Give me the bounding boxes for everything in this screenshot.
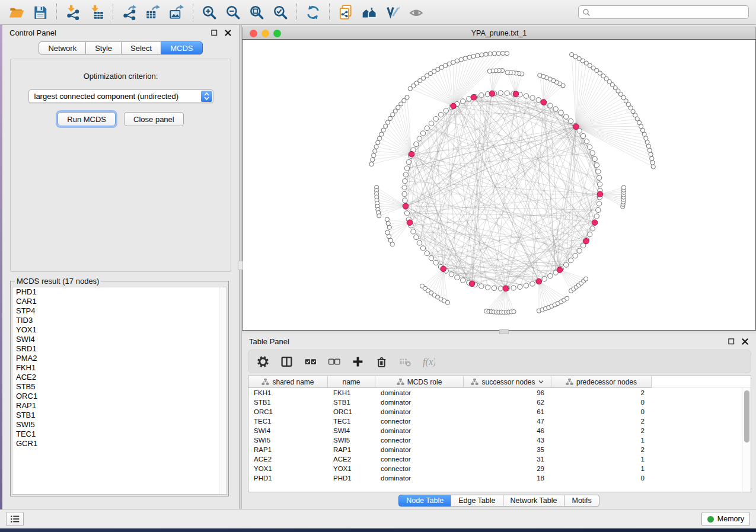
mcds-result-item[interactable]: RAP1 <box>12 401 227 411</box>
deselect-all-button[interactable] <box>328 355 340 368</box>
show-graphics-details-button[interactable] <box>405 2 429 23</box>
table-cell[interactable]: dominator <box>375 473 464 483</box>
table-cell[interactable]: 1 <box>551 464 652 473</box>
table-cell[interactable]: dominator <box>375 388 464 398</box>
close-panel-icon[interactable] <box>224 29 232 37</box>
network-overview-button[interactable] <box>358 2 381 23</box>
horizontal-splitter[interactable] <box>242 331 756 334</box>
table-cell[interactable]: 1 <box>551 454 652 464</box>
tab-select[interactable]: Select <box>121 41 161 55</box>
table-cell[interactable]: ORC1 <box>328 407 375 416</box>
table-cell[interactable]: 31 <box>464 454 551 464</box>
zoom-selected-button[interactable] <box>269 2 292 23</box>
function-builder-button[interactable]: f(x) <box>423 355 435 368</box>
table-cell[interactable]: 0 <box>551 398 652 407</box>
table-cell[interactable]: SWI4 <box>248 426 328 435</box>
table-cell[interactable]: RAP1 <box>328 445 375 454</box>
export-image-button[interactable] <box>165 2 189 23</box>
table-cell[interactable]: 0 <box>551 473 652 483</box>
toggle-columns-button[interactable] <box>280 355 293 368</box>
table-cell[interactable]: 1 <box>551 435 652 445</box>
mcds-result-item[interactable]: PHD1 <box>12 287 227 297</box>
mcds-result-item[interactable]: TID3 <box>12 316 227 325</box>
memory-button[interactable]: Memory <box>701 512 750 526</box>
table-options-button[interactable] <box>257 355 269 368</box>
table-cell[interactable]: PHD1 <box>328 473 375 483</box>
column-header-predecessor-nodes[interactable]: predecessor nodes <box>551 376 652 388</box>
table-cell[interactable]: 47 <box>464 416 551 426</box>
table-cell[interactable]: SWI5 <box>328 435 375 445</box>
mcds-result-item[interactable]: PMA2 <box>12 354 227 363</box>
zoom-out-button[interactable] <box>221 2 245 23</box>
close-window-icon[interactable] <box>250 30 257 37</box>
tab-motifs[interactable]: Motifs <box>564 495 599 507</box>
zoom-fit-button[interactable] <box>245 2 269 23</box>
table-cell[interactable]: 46 <box>464 426 551 435</box>
mcds-result-item[interactable]: SRD1 <box>12 344 227 354</box>
table-cell[interactable]: dominator <box>375 445 464 454</box>
mcds-result-item[interactable]: SWI4 <box>12 335 227 344</box>
table-cell[interactable]: 62 <box>464 398 551 407</box>
export-table-button[interactable] <box>141 2 165 23</box>
table-cell[interactable]: 96 <box>464 388 551 398</box>
save-button[interactable] <box>28 2 52 23</box>
mcds-result-item[interactable]: ACE2 <box>12 373 227 382</box>
table-cell[interactable]: ACE2 <box>248 454 328 464</box>
tab-mcds[interactable]: MCDS <box>161 41 202 55</box>
tab-network-table[interactable]: Network Table <box>503 495 565 507</box>
optimization-criterion-select[interactable]: largest connected component (undirected) <box>28 89 213 103</box>
table-cell[interactable]: YOX1 <box>328 464 375 473</box>
vizmapper-button[interactable] <box>381 2 405 23</box>
table-cell[interactable]: dominator <box>375 398 464 407</box>
vertical-splitter[interactable] <box>239 25 242 509</box>
apply-layout-button[interactable] <box>301 2 325 23</box>
delete-column-button[interactable] <box>375 355 388 368</box>
table-scrollbar[interactable] <box>742 388 751 492</box>
tab-edge-table[interactable]: Edge Table <box>451 495 503 507</box>
network-graph[interactable] <box>243 40 755 330</box>
open-folder-button[interactable] <box>5 2 28 23</box>
column-header-MCDS-role[interactable]: MCDS role <box>375 376 464 388</box>
splitter-grip[interactable] <box>238 261 243 270</box>
zoom-in-button[interactable] <box>197 2 221 23</box>
table-cell[interactable]: STB1 <box>328 398 375 407</box>
table-cell[interactable]: connector <box>375 435 464 445</box>
scrollbar-thumb[interactable] <box>744 390 749 443</box>
table-cell[interactable]: 29 <box>464 464 551 473</box>
task-history-button[interactable] <box>6 512 24 526</box>
network-canvas[interactable] <box>242 39 756 331</box>
mcds-result-item[interactable]: FKH1 <box>12 363 227 373</box>
table-cell[interactable]: TEC1 <box>248 416 328 426</box>
table-cell[interactable]: dominator <box>375 407 464 416</box>
mcds-list-scrollbar[interactable] <box>219 287 227 494</box>
table-cell[interactable]: FKH1 <box>248 388 328 398</box>
table-cell[interactable]: RAP1 <box>248 445 328 454</box>
table-cell[interactable]: 43 <box>464 435 551 445</box>
add-column-button[interactable] <box>352 355 364 368</box>
table-cell[interactable]: 35 <box>464 445 551 454</box>
minimize-window-icon[interactable] <box>261 30 269 37</box>
mcds-result-item[interactable]: ORC1 <box>12 392 227 401</box>
table-cell[interactable]: 2 <box>551 416 652 426</box>
mcds-result-item[interactable]: STB1 <box>12 411 227 420</box>
table-cell[interactable]: 61 <box>464 407 551 416</box>
splitter-grip[interactable] <box>499 329 509 334</box>
maximize-window-icon[interactable] <box>273 30 281 37</box>
mcds-result-item[interactable]: TEC1 <box>12 430 227 439</box>
table-cell[interactable]: PHD1 <box>248 473 328 483</box>
table-cell[interactable]: 18 <box>464 473 551 483</box>
import-table-button[interactable] <box>85 2 109 23</box>
clear-table-button[interactable] <box>399 355 412 368</box>
table-cell[interactable]: ORC1 <box>248 407 328 416</box>
table-cell[interactable]: connector <box>375 464 464 473</box>
table-cell[interactable]: ACE2 <box>328 454 375 464</box>
table-cell[interactable]: 2 <box>551 445 652 454</box>
mcds-result-item[interactable]: GCR1 <box>12 439 227 448</box>
tab-network[interactable]: Network <box>39 41 86 55</box>
table-cell[interactable]: FKH1 <box>328 388 375 398</box>
mcds-result-item[interactable]: STP4 <box>12 306 227 316</box>
mcds-result-item[interactable]: CAR1 <box>12 297 227 306</box>
table-cell[interactable]: YOX1 <box>248 464 328 473</box>
mcds-result-list[interactable]: PHD1CAR1STP4TID3YOX1SWI4SRD1PMA2FKH1ACE2… <box>12 287 227 495</box>
mcds-result-item[interactable]: SWI5 <box>12 420 227 430</box>
